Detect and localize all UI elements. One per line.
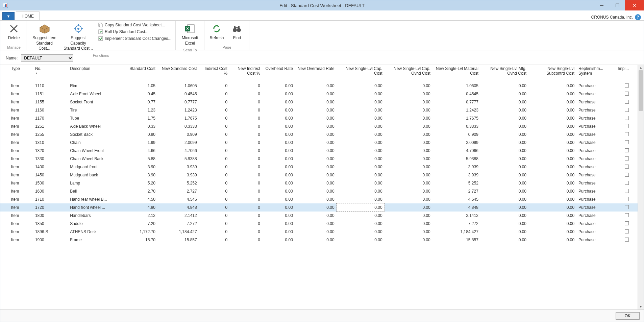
col-type[interactable]: Type <box>9 65 33 82</box>
cell-impl[interactable] <box>616 114 638 122</box>
col-newcap[interactable]: New Single-Lvl Cap. Cost <box>337 65 385 82</box>
table-row[interactable]: Item1310Chain1.992.0099000.000.000.000.0… <box>0 139 638 147</box>
delete-button[interactable]: Delete <box>4 21 24 42</box>
cell-ind[interactable]: 0 <box>199 163 229 171</box>
excel-button[interactable]: X Microsoft Excel <box>178 21 202 47</box>
cell-std[interactable]: 5.88 <box>125 155 157 163</box>
cell-ncap[interactable]: 0.00 <box>337 236 385 244</box>
cell-impl[interactable] <box>616 195 638 203</box>
cell-no[interactable]: 1900 <box>33 236 68 244</box>
impl-checkbox[interactable] <box>625 140 629 144</box>
cell-nmat[interactable]: 5.9388 <box>432 155 480 163</box>
cell-desc[interactable]: Tire <box>68 106 125 114</box>
cell-novh[interactable]: 0.00 <box>295 212 337 220</box>
cell-nmat[interactable]: 3.939 <box>432 163 480 171</box>
impl-checkbox[interactable] <box>625 181 629 185</box>
cell-ind[interactable]: 0 <box>199 212 229 220</box>
cell-nind[interactable]: 0 <box>229 187 262 195</box>
cell-no[interactable]: 1310 <box>33 139 68 147</box>
cell-std[interactable]: 1.99 <box>125 139 157 147</box>
cell-nmfg[interactable]: 0.00 <box>480 171 528 179</box>
cell-nmfg[interactable]: 0.00 <box>480 98 528 106</box>
cell-impl[interactable] <box>616 203 638 212</box>
impl-checkbox[interactable] <box>625 173 629 177</box>
cell-nmat[interactable]: 0.909 <box>432 130 480 139</box>
vertical-scrollbar[interactable]: ▲ ▼ <box>638 65 644 309</box>
cell-ncap[interactable]: 0.00 <box>337 98 385 106</box>
cell[interactable] <box>0 130 9 139</box>
cell-ncap[interactable]: 0.00 <box>337 163 385 171</box>
cell-nmfg[interactable]: 0.00 <box>480 163 528 171</box>
cell-impl[interactable] <box>616 187 638 195</box>
cell-ncapo[interactable]: 0.00 <box>385 212 432 220</box>
cell-ind[interactable]: 0 <box>199 228 229 236</box>
table-row[interactable]: Item1800Handlebars2.122.1412000.000.000.… <box>0 212 638 220</box>
cell-nsub[interactable]: 0.00 <box>528 122 576 130</box>
scroll-down-icon[interactable]: ▼ <box>638 304 644 309</box>
impl-checkbox[interactable] <box>625 132 629 136</box>
table-row[interactable]: Item1600Bell2.702.727000.000.000.000.002… <box>0 187 638 195</box>
cell-nmat[interactable]: 3.939 <box>432 171 480 179</box>
cell-ovh[interactable]: 0.00 <box>262 155 295 163</box>
cell-desc[interactable]: Saddle <box>68 220 125 228</box>
cell-no[interactable]: 1450 <box>33 171 68 179</box>
cell-ovh[interactable]: 0.00 <box>262 187 295 195</box>
cell-std[interactable]: 2.70 <box>125 187 157 195</box>
cell-nmat[interactable]: 1.0605 <box>432 82 480 90</box>
find-button[interactable]: Find <box>227 21 247 42</box>
cell-ind[interactable]: 0 <box>199 139 229 147</box>
cell-ncapo[interactable]: 0.00 <box>385 187 432 195</box>
cell-impl[interactable] <box>616 98 638 106</box>
cell-ncapo[interactable]: 0.00 <box>385 90 432 98</box>
worksheet-grid[interactable]: Type No.▲ Description Standard Cost New … <box>0 65 638 309</box>
cell-std[interactable]: 1,172.70 <box>125 228 157 236</box>
col-newindcost[interactable]: New Indirect Cost % <box>229 65 262 82</box>
cell[interactable] <box>0 82 9 90</box>
cell[interactable] <box>0 220 9 228</box>
cell-ind[interactable]: 0 <box>199 106 229 114</box>
rollup-button[interactable]: Roll Up Standard Cost... <box>97 29 172 35</box>
impl-checkbox[interactable] <box>625 83 629 88</box>
cell-ncapo[interactable]: 0.00 <box>385 139 432 147</box>
table-row[interactable]: Item1896-SATHENS Desk1,172.701,184.42700… <box>0 228 638 236</box>
cell-ncap[interactable]: 0.00 <box>337 90 385 98</box>
cell-nmfg[interactable]: 0.00 <box>480 179 528 187</box>
cell-nmfg[interactable]: 0.00 <box>480 82 528 90</box>
cell-nmfg[interactable]: 0.00 <box>480 90 528 98</box>
cell-ncap[interactable]: 0.00 <box>337 82 385 90</box>
cell-impl[interactable] <box>616 171 638 179</box>
col-impl[interactable]: Impl... <box>616 65 638 82</box>
cell-ovh[interactable]: 0.00 <box>262 236 295 244</box>
cell-std[interactable]: 1.05 <box>125 82 157 90</box>
cell-nsub[interactable]: 0.00 <box>528 195 576 203</box>
name-select[interactable]: DEFAULT <box>21 54 73 62</box>
cell-nmfg[interactable]: 0.00 <box>480 114 528 122</box>
scroll-thumb[interactable] <box>639 70 643 111</box>
cell-nstd[interactable]: 2.727 <box>157 187 199 195</box>
cell-ind[interactable]: 0 <box>199 236 229 244</box>
table-row[interactable]: Item1900Frame15.7015.857000.000.000.000.… <box>0 236 638 244</box>
table-row[interactable]: Item1450Mudguard back3.903.939000.000.00… <box>0 171 638 179</box>
impl-checkbox[interactable] <box>625 205 629 209</box>
cell-ind[interactable]: 0 <box>199 147 229 155</box>
cell-desc[interactable]: Hand rear wheel B... <box>68 195 125 203</box>
cell-nmfg[interactable]: 0.00 <box>480 212 528 220</box>
cell[interactable] <box>0 163 9 171</box>
cell-nstd[interactable]: 4.545 <box>157 195 199 203</box>
cell-nstd[interactable]: 0.7777 <box>157 98 199 106</box>
cell[interactable] <box>0 228 9 236</box>
cell[interactable] <box>0 236 9 244</box>
cell[interactable] <box>0 212 9 220</box>
cell-nstd[interactable]: 0.3333 <box>157 122 199 130</box>
cell-ncap[interactable]: 0.00 <box>337 147 385 155</box>
app-menu-button[interactable]: ▼ <box>2 12 15 20</box>
cell-nsub[interactable]: 0.00 <box>528 236 576 244</box>
cell-nsub[interactable]: 0.00 <box>528 220 576 228</box>
cell-no[interactable]: 1151 <box>33 90 68 98</box>
cell-ind[interactable]: 0 <box>199 114 229 122</box>
cell-ind[interactable]: 0 <box>199 179 229 187</box>
table-row[interactable]: Item1251Axle Back Wheel0.330.3333000.000… <box>0 122 638 130</box>
cell-nstd[interactable]: 5.9388 <box>157 155 199 163</box>
cell-ovh[interactable]: 0.00 <box>262 90 295 98</box>
impl-checkbox[interactable] <box>625 221 629 225</box>
